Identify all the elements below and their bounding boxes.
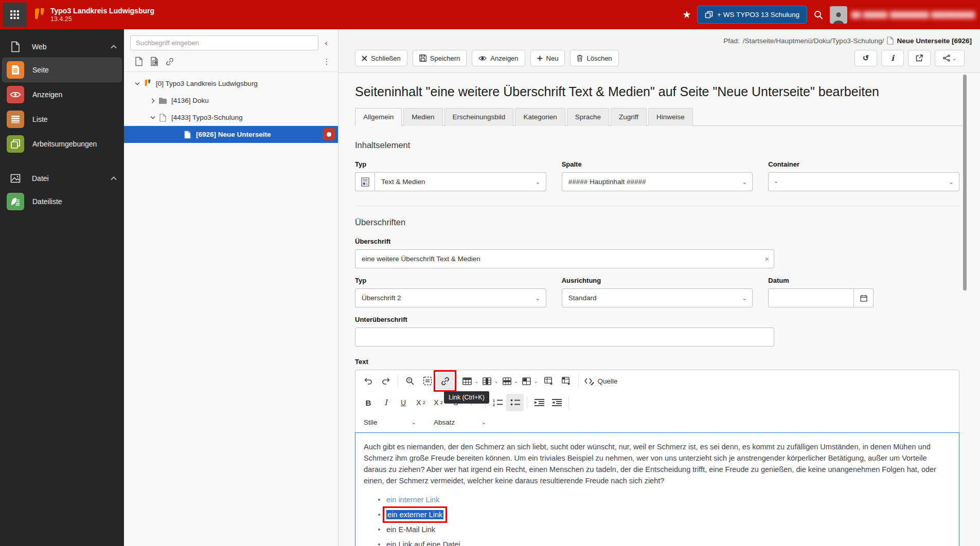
search-icon[interactable] xyxy=(807,10,830,20)
spalte-select[interactable]: ##### Hauptinhalt ##### ⌄ xyxy=(562,172,753,191)
tree-node-schulung[interactable]: [4433] Typo3-Schulung xyxy=(124,109,338,126)
save-button[interactable]: Speichern xyxy=(413,50,467,66)
file-image-icon xyxy=(10,174,21,183)
tab-erscheinungsbild[interactable]: Erscheinungsbild xyxy=(444,108,514,126)
sidebar-item-anzeigen[interactable]: Anzeigen xyxy=(3,83,121,106)
underline-button[interactable]: U xyxy=(395,394,412,411)
sidebar-item-seite[interactable]: Seite xyxy=(3,58,121,82)
find-replace-button[interactable] xyxy=(401,372,419,390)
tab-zugriff[interactable]: Zugriff xyxy=(611,108,647,126)
tree-node-doku[interactable]: [4136] Doku xyxy=(124,92,338,109)
tab-medien[interactable]: Medien xyxy=(403,108,442,126)
tab-sprache[interactable]: Sprache xyxy=(567,108,609,126)
delete-label: Löschen xyxy=(586,54,612,62)
new-page-wizard-icon[interactable] xyxy=(147,57,162,66)
bold-button[interactable]: B xyxy=(360,394,377,411)
tree-more-menu-icon[interactable]: ⋮ xyxy=(319,57,334,66)
table-properties-button[interactable]: ★ xyxy=(540,372,558,390)
module-group-web[interactable]: Web xyxy=(0,37,124,57)
plus-icon xyxy=(537,56,543,61)
table-column-button[interactable]: ⌄ xyxy=(480,372,500,390)
grid-icon xyxy=(10,10,20,20)
bullet-icon xyxy=(378,529,380,531)
bookmark-star-icon[interactable]: ★ xyxy=(676,9,697,21)
svg-text:1: 1 xyxy=(493,399,495,403)
select-all-button[interactable] xyxy=(419,372,436,390)
workspace-button[interactable]: + WS TYPO3 13 Schulung xyxy=(697,6,807,24)
module-grid-button[interactable] xyxy=(3,3,27,27)
tab-allgemein[interactable]: Allgemein xyxy=(355,108,402,126)
share-button[interactable]: ⌄ xyxy=(935,50,965,66)
link-tool-icon[interactable] xyxy=(162,57,177,66)
email-link[interactable]: ein E-Mail Link xyxy=(386,524,435,535)
unterueberschrift-input[interactable] xyxy=(355,327,774,347)
new-button[interactable]: Neu xyxy=(530,50,565,66)
redo-button[interactable] xyxy=(377,372,395,390)
chevron-right-icon[interactable] xyxy=(149,98,157,103)
history-button[interactable]: ↺ xyxy=(854,50,877,66)
module-group-datei[interactable]: Datei xyxy=(0,168,124,189)
new-page-icon[interactable] xyxy=(131,57,147,66)
numbered-list-button[interactable]: 12 xyxy=(489,394,506,411)
close-button[interactable]: Schließen xyxy=(355,50,407,66)
italic-button[interactable]: I xyxy=(377,394,395,411)
content-scrollbar[interactable] xyxy=(963,75,967,290)
calendar-button[interactable] xyxy=(854,288,874,307)
ueberschrift-input[interactable]: eine weitere Überschrift Text & Medien × xyxy=(355,249,774,268)
external-link-icon xyxy=(916,54,923,62)
typ-select[interactable]: Text & Medien ⌄ xyxy=(375,172,546,191)
undo-button[interactable] xyxy=(360,372,377,390)
indent-button[interactable] xyxy=(530,394,548,411)
sidebar-item-liste[interactable]: Liste xyxy=(3,107,121,131)
chevron-down-icon[interactable] xyxy=(133,82,141,85)
sidebar-item-anzeigen-label: Anzeigen xyxy=(32,90,62,99)
tree-node-root[interactable]: [0] Typo3 Landkreis Ludwigsburg xyxy=(124,75,338,92)
page-icon xyxy=(157,114,168,122)
filelist-module-icon xyxy=(7,193,24,210)
subscript-button[interactable]: X2 xyxy=(412,394,430,411)
typ-label: Typ xyxy=(355,160,546,168)
chevron-down-icon[interactable] xyxy=(149,116,157,119)
user-name-redacted[interactable]: ██ █████ ████████ █████████ xyxy=(851,11,980,19)
tab-bar: Allgemein Medien Erscheinungsbild Katego… xyxy=(355,107,964,126)
source-button[interactable]: Quelle xyxy=(582,372,620,390)
collapse-tree-icon[interactable]: ‹ xyxy=(318,38,334,48)
page-stop-badge[interactable] xyxy=(323,128,335,140)
editor-content[interactable]: Auch gibt es niemanden, der den Schmerz … xyxy=(355,432,959,546)
open-in-new-window-button[interactable] xyxy=(908,50,931,66)
web-document-icon xyxy=(10,41,21,52)
share-icon xyxy=(943,54,950,62)
view-button[interactable]: Anzeigen xyxy=(472,50,525,66)
styles-dropdown[interactable]: Stile ⌄ xyxy=(360,415,420,429)
table-row-button[interactable]: ⌄ xyxy=(501,372,520,390)
insert-table-button[interactable]: ⌄ xyxy=(460,372,480,390)
cell-properties-button[interactable]: ★ xyxy=(558,372,575,390)
external-link-selected[interactable]: ein externer Link xyxy=(386,510,443,519)
tree-node-label: [6926] Neue Unterseite xyxy=(196,131,271,138)
internal-link[interactable]: ein interner Link xyxy=(386,494,439,505)
merge-cells-button[interactable]: ⌄ xyxy=(520,372,540,390)
outdent-button[interactable] xyxy=(548,394,565,411)
typ2-select[interactable]: Überschrift 2 ⌄ xyxy=(355,288,546,307)
info-button[interactable]: i xyxy=(881,50,904,66)
tab-hinweise[interactable]: Hinweise xyxy=(648,108,693,126)
brand[interactable]: Typo3 Landkreis Ludwigsburg 13.4.25 xyxy=(33,7,154,23)
bullet-icon xyxy=(378,499,380,501)
link-button[interactable] xyxy=(436,372,454,390)
path-value: /Startseite/Hauptmenü/Doku/Typo3-Schulun… xyxy=(743,37,884,45)
delete-button[interactable]: Löschen xyxy=(570,50,618,66)
container-select[interactable]: - ⌄ xyxy=(768,172,959,191)
file-link[interactable]: ein Link auf eine Datei xyxy=(386,539,460,546)
clear-icon[interactable]: × xyxy=(764,254,769,263)
sidebar-item-dateiliste[interactable]: Dateiliste xyxy=(3,190,121,213)
datum-input[interactable] xyxy=(768,288,854,307)
avatar[interactable] xyxy=(830,6,847,24)
bulleted-list-button[interactable] xyxy=(506,394,524,411)
tree-search-input[interactable] xyxy=(130,35,318,50)
tree-node-unterseite[interactable]: [6926] Neue Unterseite xyxy=(124,126,338,143)
ausrichtung-select[interactable]: Standard ⌄ xyxy=(562,288,753,307)
tab-kategorien[interactable]: Kategorien xyxy=(515,108,565,126)
paragraph-format-dropdown[interactable]: Absatz ⌄ xyxy=(430,415,490,429)
record-title: Neue Unterseite [6926] xyxy=(897,37,972,45)
sidebar-item-arbeitsumgebungen[interactable]: Arbeitsumgebungen xyxy=(3,132,121,156)
